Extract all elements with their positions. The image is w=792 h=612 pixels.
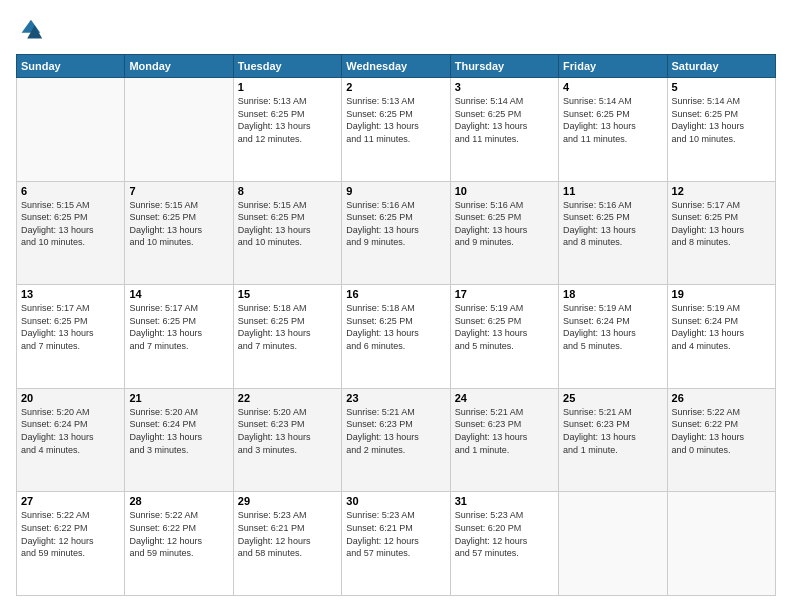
day-header-friday: Friday — [559, 55, 667, 78]
calendar-cell: 28Sunrise: 5:22 AM Sunset: 6:22 PM Dayli… — [125, 492, 233, 596]
day-info: Sunrise: 5:23 AM Sunset: 6:20 PM Dayligh… — [455, 509, 554, 559]
week-row-3: 20Sunrise: 5:20 AM Sunset: 6:24 PM Dayli… — [17, 388, 776, 492]
day-number: 15 — [238, 288, 337, 300]
calendar-cell: 18Sunrise: 5:19 AM Sunset: 6:24 PM Dayli… — [559, 285, 667, 389]
day-info: Sunrise: 5:13 AM Sunset: 6:25 PM Dayligh… — [238, 95, 337, 145]
day-header-thursday: Thursday — [450, 55, 558, 78]
day-number: 28 — [129, 495, 228, 507]
day-number: 22 — [238, 392, 337, 404]
day-number: 20 — [21, 392, 120, 404]
day-info: Sunrise: 5:14 AM Sunset: 6:25 PM Dayligh… — [455, 95, 554, 145]
day-number: 23 — [346, 392, 445, 404]
calendar-cell: 8Sunrise: 5:15 AM Sunset: 6:25 PM Daylig… — [233, 181, 341, 285]
day-info: Sunrise: 5:16 AM Sunset: 6:25 PM Dayligh… — [346, 199, 445, 249]
calendar-cell: 22Sunrise: 5:20 AM Sunset: 6:23 PM Dayli… — [233, 388, 341, 492]
day-info: Sunrise: 5:18 AM Sunset: 6:25 PM Dayligh… — [346, 302, 445, 352]
day-number: 10 — [455, 185, 554, 197]
day-header-wednesday: Wednesday — [342, 55, 450, 78]
day-number: 25 — [563, 392, 662, 404]
week-row-2: 13Sunrise: 5:17 AM Sunset: 6:25 PM Dayli… — [17, 285, 776, 389]
calendar-cell: 3Sunrise: 5:14 AM Sunset: 6:25 PM Daylig… — [450, 78, 558, 182]
calendar-cell: 24Sunrise: 5:21 AM Sunset: 6:23 PM Dayli… — [450, 388, 558, 492]
week-row-4: 27Sunrise: 5:22 AM Sunset: 6:22 PM Dayli… — [17, 492, 776, 596]
logo-icon — [16, 16, 44, 44]
day-number: 1 — [238, 81, 337, 93]
calendar-cell: 30Sunrise: 5:23 AM Sunset: 6:21 PM Dayli… — [342, 492, 450, 596]
calendar-cell: 13Sunrise: 5:17 AM Sunset: 6:25 PM Dayli… — [17, 285, 125, 389]
day-info: Sunrise: 5:17 AM Sunset: 6:25 PM Dayligh… — [21, 302, 120, 352]
day-number: 7 — [129, 185, 228, 197]
calendar-cell: 27Sunrise: 5:22 AM Sunset: 6:22 PM Dayli… — [17, 492, 125, 596]
week-row-0: 1Sunrise: 5:13 AM Sunset: 6:25 PM Daylig… — [17, 78, 776, 182]
day-number: 17 — [455, 288, 554, 300]
calendar-cell — [125, 78, 233, 182]
day-number: 3 — [455, 81, 554, 93]
calendar-cell: 21Sunrise: 5:20 AM Sunset: 6:24 PM Dayli… — [125, 388, 233, 492]
day-number: 5 — [672, 81, 771, 93]
day-info: Sunrise: 5:22 AM Sunset: 6:22 PM Dayligh… — [21, 509, 120, 559]
day-info: Sunrise: 5:15 AM Sunset: 6:25 PM Dayligh… — [238, 199, 337, 249]
page: SundayMondayTuesdayWednesdayThursdayFrid… — [0, 0, 792, 612]
calendar-cell: 4Sunrise: 5:14 AM Sunset: 6:25 PM Daylig… — [559, 78, 667, 182]
calendar-cell: 23Sunrise: 5:21 AM Sunset: 6:23 PM Dayli… — [342, 388, 450, 492]
calendar-cell: 20Sunrise: 5:20 AM Sunset: 6:24 PM Dayli… — [17, 388, 125, 492]
calendar-cell: 14Sunrise: 5:17 AM Sunset: 6:25 PM Dayli… — [125, 285, 233, 389]
day-number: 13 — [21, 288, 120, 300]
day-info: Sunrise: 5:14 AM Sunset: 6:25 PM Dayligh… — [563, 95, 662, 145]
day-number: 31 — [455, 495, 554, 507]
calendar-cell: 31Sunrise: 5:23 AM Sunset: 6:20 PM Dayli… — [450, 492, 558, 596]
calendar-cell: 12Sunrise: 5:17 AM Sunset: 6:25 PM Dayli… — [667, 181, 775, 285]
day-number: 27 — [21, 495, 120, 507]
calendar-cell — [559, 492, 667, 596]
calendar-cell: 26Sunrise: 5:22 AM Sunset: 6:22 PM Dayli… — [667, 388, 775, 492]
calendar-cell: 5Sunrise: 5:14 AM Sunset: 6:25 PM Daylig… — [667, 78, 775, 182]
calendar-cell — [17, 78, 125, 182]
day-info: Sunrise: 5:22 AM Sunset: 6:22 PM Dayligh… — [672, 406, 771, 456]
day-info: Sunrise: 5:19 AM Sunset: 6:24 PM Dayligh… — [563, 302, 662, 352]
calendar-cell: 25Sunrise: 5:21 AM Sunset: 6:23 PM Dayli… — [559, 388, 667, 492]
day-number: 14 — [129, 288, 228, 300]
calendar-cell: 15Sunrise: 5:18 AM Sunset: 6:25 PM Dayli… — [233, 285, 341, 389]
day-info: Sunrise: 5:20 AM Sunset: 6:24 PM Dayligh… — [21, 406, 120, 456]
day-number: 29 — [238, 495, 337, 507]
calendar-cell: 16Sunrise: 5:18 AM Sunset: 6:25 PM Dayli… — [342, 285, 450, 389]
header — [16, 16, 776, 44]
day-number: 11 — [563, 185, 662, 197]
day-info: Sunrise: 5:21 AM Sunset: 6:23 PM Dayligh… — [346, 406, 445, 456]
day-number: 12 — [672, 185, 771, 197]
day-number: 6 — [21, 185, 120, 197]
calendar-cell: 6Sunrise: 5:15 AM Sunset: 6:25 PM Daylig… — [17, 181, 125, 285]
day-number: 19 — [672, 288, 771, 300]
day-info: Sunrise: 5:21 AM Sunset: 6:23 PM Dayligh… — [563, 406, 662, 456]
logo — [16, 16, 48, 44]
day-info: Sunrise: 5:19 AM Sunset: 6:24 PM Dayligh… — [672, 302, 771, 352]
day-info: Sunrise: 5:22 AM Sunset: 6:22 PM Dayligh… — [129, 509, 228, 559]
day-number: 4 — [563, 81, 662, 93]
calendar-cell: 11Sunrise: 5:16 AM Sunset: 6:25 PM Dayli… — [559, 181, 667, 285]
calendar-cell: 10Sunrise: 5:16 AM Sunset: 6:25 PM Dayli… — [450, 181, 558, 285]
calendar-cell: 1Sunrise: 5:13 AM Sunset: 6:25 PM Daylig… — [233, 78, 341, 182]
calendar-header-row: SundayMondayTuesdayWednesdayThursdayFrid… — [17, 55, 776, 78]
day-info: Sunrise: 5:15 AM Sunset: 6:25 PM Dayligh… — [21, 199, 120, 249]
calendar-cell: 9Sunrise: 5:16 AM Sunset: 6:25 PM Daylig… — [342, 181, 450, 285]
day-number: 21 — [129, 392, 228, 404]
week-row-1: 6Sunrise: 5:15 AM Sunset: 6:25 PM Daylig… — [17, 181, 776, 285]
day-number: 26 — [672, 392, 771, 404]
day-info: Sunrise: 5:16 AM Sunset: 6:25 PM Dayligh… — [455, 199, 554, 249]
day-info: Sunrise: 5:21 AM Sunset: 6:23 PM Dayligh… — [455, 406, 554, 456]
day-header-saturday: Saturday — [667, 55, 775, 78]
calendar-cell — [667, 492, 775, 596]
day-header-monday: Monday — [125, 55, 233, 78]
calendar-table: SundayMondayTuesdayWednesdayThursdayFrid… — [16, 54, 776, 596]
day-info: Sunrise: 5:17 AM Sunset: 6:25 PM Dayligh… — [672, 199, 771, 249]
calendar-cell: 17Sunrise: 5:19 AM Sunset: 6:25 PM Dayli… — [450, 285, 558, 389]
day-number: 30 — [346, 495, 445, 507]
day-info: Sunrise: 5:23 AM Sunset: 6:21 PM Dayligh… — [346, 509, 445, 559]
day-info: Sunrise: 5:17 AM Sunset: 6:25 PM Dayligh… — [129, 302, 228, 352]
day-header-sunday: Sunday — [17, 55, 125, 78]
calendar-cell: 19Sunrise: 5:19 AM Sunset: 6:24 PM Dayli… — [667, 285, 775, 389]
calendar-cell: 7Sunrise: 5:15 AM Sunset: 6:25 PM Daylig… — [125, 181, 233, 285]
day-header-tuesday: Tuesday — [233, 55, 341, 78]
calendar-cell: 29Sunrise: 5:23 AM Sunset: 6:21 PM Dayli… — [233, 492, 341, 596]
day-info: Sunrise: 5:14 AM Sunset: 6:25 PM Dayligh… — [672, 95, 771, 145]
